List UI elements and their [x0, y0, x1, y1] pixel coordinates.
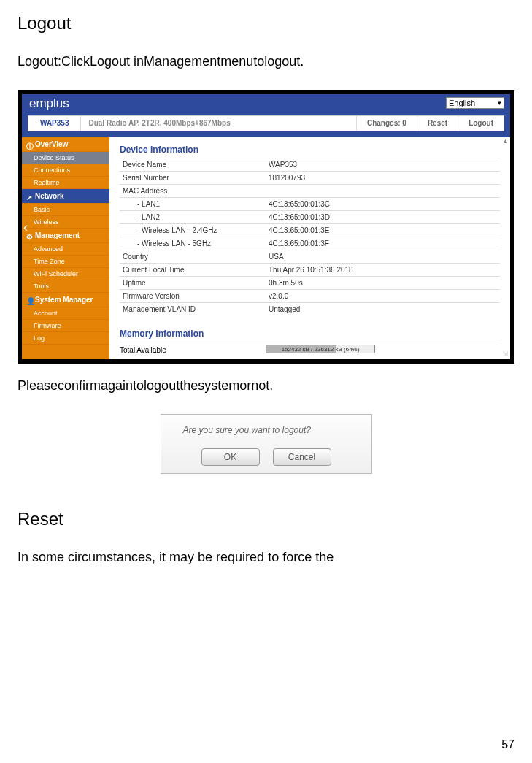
sidebar-item-basic[interactable]: Basic: [22, 204, 109, 216]
row-label: Country: [120, 250, 266, 264]
dialog-message: Are you sure you want to logout?: [169, 425, 364, 435]
memory-row: Total Available 152432 kB / 236312 kB (6…: [120, 342, 500, 355]
memory-bar-wrap: 152432 kB / 236312 kB (64%): [266, 345, 500, 355]
paragraph-confirm: Pleaseconfirmagaintologoutthesystemornot…: [18, 378, 514, 394]
carousel-prev-icon[interactable]: ‹: [23, 219, 28, 234]
info-icon: ⓘ: [26, 142, 32, 147]
language-select[interactable]: English ▾: [446, 97, 504, 109]
row-label: Current Local Time: [120, 264, 266, 277]
page-number: 57: [501, 738, 514, 751]
row-label: Uptime: [120, 277, 266, 290]
row-label: - LAN1: [120, 198, 266, 211]
router-admin-screenshot: ‹ › emplus English ▾ WAP353 Dual Radio A…: [22, 94, 510, 359]
row-value: Thu Apr 26 10:51:36 2018: [266, 264, 500, 277]
device-model: WAP353: [28, 116, 81, 131]
sidebar-label: OverView: [35, 140, 68, 148]
row-label: - LAN2: [120, 211, 266, 224]
dialog-ok-button[interactable]: OK: [201, 448, 260, 466]
sidebar-item-advanced[interactable]: Advanced: [22, 243, 109, 256]
device-info-title: Device Information: [120, 145, 500, 155]
sidebar-item-realtime[interactable]: Realtime: [22, 177, 109, 189]
scroll-up-icon[interactable]: ▲: [502, 137, 509, 145]
expand-icon[interactable]: ⇲: [502, 350, 508, 358]
sidebar-item-connections[interactable]: Connections: [22, 164, 109, 177]
sidebar-item-log[interactable]: Log: [22, 332, 109, 345]
row-value: v2.0.0: [266, 290, 500, 303]
sidebar-cat-system-manager[interactable]: 👤System Manager: [22, 293, 109, 307]
screenshot-frame: ‹ › emplus English ▾ WAP353 Dual Radio A…: [18, 90, 514, 364]
row-value: USA: [266, 250, 500, 264]
row-value: Untagged: [266, 303, 500, 316]
paragraph-reset: In some circumstances, it may be require…: [18, 550, 514, 565]
row-label: MAC Address: [120, 185, 266, 198]
row-label: Firmware Version: [120, 290, 266, 303]
chevron-down-icon: ▾: [498, 99, 501, 107]
memory-label: Total Available: [120, 346, 266, 354]
changes-button[interactable]: Changes: 0: [356, 116, 417, 131]
sidebar-item-time-zone[interactable]: Time Zone: [22, 256, 109, 268]
row-label: - Wireless LAN - 5GHz: [120, 237, 266, 250]
row-label: Management VLAN ID: [120, 303, 266, 316]
sidebar-label: System Manager: [35, 296, 93, 304]
sidebar-label: Management: [35, 231, 80, 239]
heading-logout: Logout: [18, 13, 514, 34]
reset-button[interactable]: Reset: [417, 116, 458, 131]
language-value: English: [449, 99, 475, 107]
sidebar-item-tools[interactable]: Tools: [22, 280, 109, 293]
row-value: [266, 185, 500, 198]
logout-confirm-dialog: Are you sure you want to logout? OK Canc…: [161, 414, 372, 474]
person-icon: 👤: [26, 297, 32, 303]
row-value: 4C:13:65:00:01:3E: [266, 224, 500, 237]
logout-button[interactable]: Logout: [458, 116, 504, 131]
sidebar-item-account[interactable]: Account: [22, 307, 109, 320]
sidebar-cat-network[interactable]: ↗Network: [22, 189, 109, 204]
sidebar-cat-management[interactable]: ⚙Management: [22, 229, 109, 243]
dialog-cancel-button[interactable]: Cancel: [273, 448, 331, 466]
row-value: 4C:13:65:00:01:3D: [266, 211, 500, 224]
row-label: Serial Number: [120, 172, 266, 185]
memory-progress-bar: 152432 kB / 236312 kB (64%): [266, 345, 375, 353]
admin-sidebar: ⓘOverView Device Status Connections Real…: [22, 137, 109, 359]
row-value: 4C:13:65:00:01:3C: [266, 198, 500, 211]
device-description: Dual Radio AP, 2T2R, 400Mbps+867Mbps: [81, 116, 356, 131]
row-value: 0h 3m 50s: [266, 277, 500, 290]
admin-tabbar-row: WAP353 Dual Radio AP, 2T2R, 400Mbps+867M…: [22, 113, 510, 137]
sidebar-cat-overview[interactable]: ⓘOverView: [22, 137, 109, 152]
sidebar-item-device-status[interactable]: Device Status: [22, 152, 109, 164]
sidebar-item-wireless[interactable]: Wireless: [22, 216, 109, 229]
row-value: WAP353: [266, 158, 500, 172]
device-info-table: Device NameWAP353 Serial Number181200793…: [120, 158, 500, 315]
row-label: - Wireless LAN - 2.4GHz: [120, 224, 266, 237]
row-value: 181200793: [266, 172, 500, 185]
sidebar-label: Network: [35, 192, 63, 200]
sidebar-item-firmware[interactable]: Firmware: [22, 320, 109, 332]
heading-reset: Reset: [18, 509, 514, 529]
admin-tabbar: WAP353 Dual Radio AP, 2T2R, 400Mbps+867M…: [28, 115, 504, 131]
admin-header: emplus English ▾: [22, 94, 510, 113]
memory-info-title: Memory Information: [120, 329, 500, 339]
share-icon: ↗: [26, 193, 32, 199]
sidebar-item-wifi-scheduler[interactable]: WiFi Scheduler: [22, 268, 109, 280]
row-label: Device Name: [120, 158, 266, 172]
row-value: 4C:13:65:00:01:3F: [266, 237, 500, 250]
admin-content: ▲ Device Information Device NameWAP353 S…: [109, 137, 510, 359]
paragraph-logout-instruction: Logout:ClickLogout inManagementmenutolog…: [18, 54, 514, 69]
brand-logo: emplus: [22, 94, 77, 113]
